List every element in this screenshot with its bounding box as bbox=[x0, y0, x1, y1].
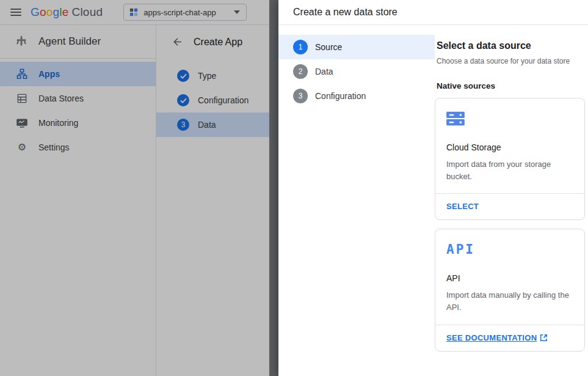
ds-step-configuration[interactable]: 3 Configuration bbox=[278, 84, 435, 108]
card-footer: SEE DOCUMENTATION bbox=[435, 325, 584, 351]
card-api: API API Import data manually by calling … bbox=[435, 229, 585, 351]
card-title: Cloud Storage bbox=[446, 142, 573, 152]
ds-step-data[interactable]: 2 Data bbox=[278, 59, 435, 84]
api-icon-text: API bbox=[446, 242, 475, 257]
external-link-icon bbox=[540, 334, 548, 342]
select-button[interactable]: SELECT bbox=[446, 202, 479, 211]
data-store-header: Create a new data store bbox=[278, 0, 588, 25]
card-cloud-storage: Cloud Storage Import data from your stor… bbox=[435, 98, 585, 220]
page-title: Select a data source bbox=[435, 40, 588, 51]
step-number-badge: 3 bbox=[293, 89, 308, 103]
api-icon: API bbox=[446, 240, 573, 259]
data-source-content: Select a data source Choose a data sourc… bbox=[435, 25, 588, 352]
data-store-stepper: 1 Source 2 Data 3 Configuration bbox=[278, 25, 435, 352]
cloud-storage-icon bbox=[446, 109, 573, 128]
card-footer: SELECT bbox=[435, 193, 584, 219]
modal-scrim bbox=[0, 0, 278, 376]
ds-step-source[interactable]: 1 Source bbox=[278, 35, 435, 59]
card-description: Import data manually by calling the API. bbox=[446, 289, 573, 314]
data-store-title: Create a new data store bbox=[293, 7, 397, 18]
ds-step-label: Source bbox=[315, 42, 342, 52]
section-title-native-sources: Native sources bbox=[435, 81, 588, 90]
card-title: API bbox=[446, 273, 573, 283]
card-description: Import data from your storage bucket. bbox=[446, 158, 573, 183]
ds-step-label: Configuration bbox=[315, 91, 366, 101]
step-number-badge: 1 bbox=[293, 40, 308, 54]
step-number-badge: 2 bbox=[293, 64, 308, 79]
create-data-store-panel: Create a new data store 1 Source 2 Data … bbox=[278, 0, 588, 376]
page-subtitle: Choose a data source for your data store bbox=[435, 57, 588, 65]
see-documentation-link[interactable]: SEE DOCUMENTATION bbox=[446, 333, 537, 342]
ds-step-label: Data bbox=[315, 67, 333, 76]
